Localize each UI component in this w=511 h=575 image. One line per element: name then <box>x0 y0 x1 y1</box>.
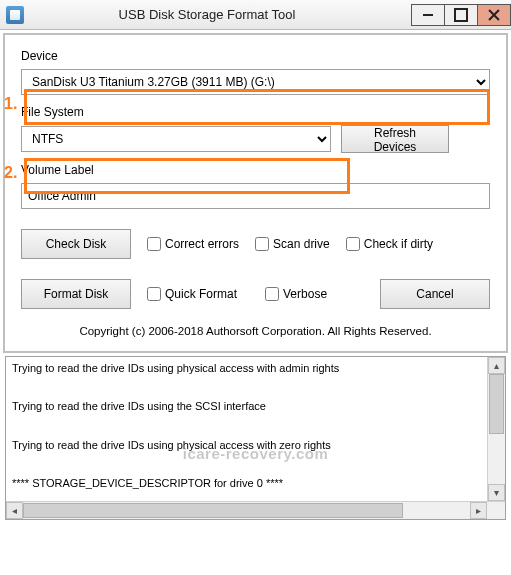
check-row: Check Disk Correct errors Scan drive Che… <box>21 229 490 259</box>
quick-format-input[interactable] <box>147 287 161 301</box>
window-title: USB Disk Storage Format Tool <box>32 7 412 22</box>
log-line: Trying to read the drive IDs using physi… <box>12 438 499 452</box>
title-bar: USB Disk Storage Format Tool <box>0 0 511 30</box>
hscroll-thumb[interactable] <box>23 503 403 518</box>
format-row: Format Disk Quick Format Verbose Cancel <box>21 279 490 309</box>
correct-errors-label: Correct errors <box>165 237 239 251</box>
check-if-dirty-input[interactable] <box>346 237 360 251</box>
verbose-input[interactable] <box>265 287 279 301</box>
scroll-track[interactable] <box>488 374 505 484</box>
log-line: Trying to read the drive IDs using physi… <box>12 361 499 375</box>
verbose-label: Verbose <box>283 287 327 301</box>
app-icon <box>6 6 24 24</box>
scroll-left-icon[interactable]: ◂ <box>6 502 23 519</box>
window-controls <box>412 4 511 26</box>
scroll-right-icon[interactable]: ▸ <box>470 502 487 519</box>
volume-label-label: Volume Label <box>21 163 490 177</box>
check-if-dirty-label: Check if dirty <box>364 237 433 251</box>
device-select[interactable]: SanDisk U3 Titanium 3.27GB (3911 MB) (G:… <box>21 69 490 95</box>
close-button[interactable] <box>477 4 511 26</box>
copyright-text: Copyright (c) 2006-2018 Authorsoft Corpo… <box>21 325 490 337</box>
scan-drive-input[interactable] <box>255 237 269 251</box>
maximize-button[interactable] <box>444 4 478 26</box>
hscroll-track[interactable] <box>23 502 470 519</box>
correct-errors-input[interactable] <box>147 237 161 251</box>
verbose-checkbox[interactable]: Verbose <box>265 287 327 301</box>
file-system-select[interactable]: NTFS <box>21 126 331 152</box>
log-line: **** STORAGE_DEVICE_DESCRIPTOR for drive… <box>12 476 499 490</box>
log-line: Trying to read the drive IDs using the S… <box>12 399 499 413</box>
minimize-button[interactable] <box>411 4 445 26</box>
scan-drive-label: Scan drive <box>273 237 330 251</box>
scroll-corner <box>487 502 505 519</box>
check-if-dirty-checkbox[interactable]: Check if dirty <box>346 237 433 251</box>
quick-format-label: Quick Format <box>165 287 237 301</box>
vertical-scrollbar[interactable]: ▴ ▾ <box>487 357 505 501</box>
horizontal-scrollbar[interactable]: ◂ ▸ <box>6 501 505 519</box>
format-disk-button[interactable]: Format Disk <box>21 279 131 309</box>
refresh-devices-button[interactable]: Refresh Devices <box>341 125 449 153</box>
log-panel: Trying to read the drive IDs using physi… <box>5 356 506 520</box>
log-textarea[interactable]: Trying to read the drive IDs using physi… <box>6 357 505 501</box>
scan-drive-checkbox[interactable]: Scan drive <box>255 237 330 251</box>
volume-label-input[interactable] <box>21 183 490 209</box>
device-label: Device <box>21 49 490 63</box>
cancel-button[interactable]: Cancel <box>380 279 490 309</box>
quick-format-checkbox[interactable]: Quick Format <box>147 287 237 301</box>
scroll-thumb[interactable] <box>489 374 504 434</box>
correct-errors-checkbox[interactable]: Correct errors <box>147 237 239 251</box>
scroll-down-icon[interactable]: ▾ <box>488 484 505 501</box>
scroll-up-icon[interactable]: ▴ <box>488 357 505 374</box>
file-system-label: File System <box>21 105 490 119</box>
main-panel: Device SanDisk U3 Titanium 3.27GB (3911 … <box>3 33 508 353</box>
check-disk-button[interactable]: Check Disk <box>21 229 131 259</box>
